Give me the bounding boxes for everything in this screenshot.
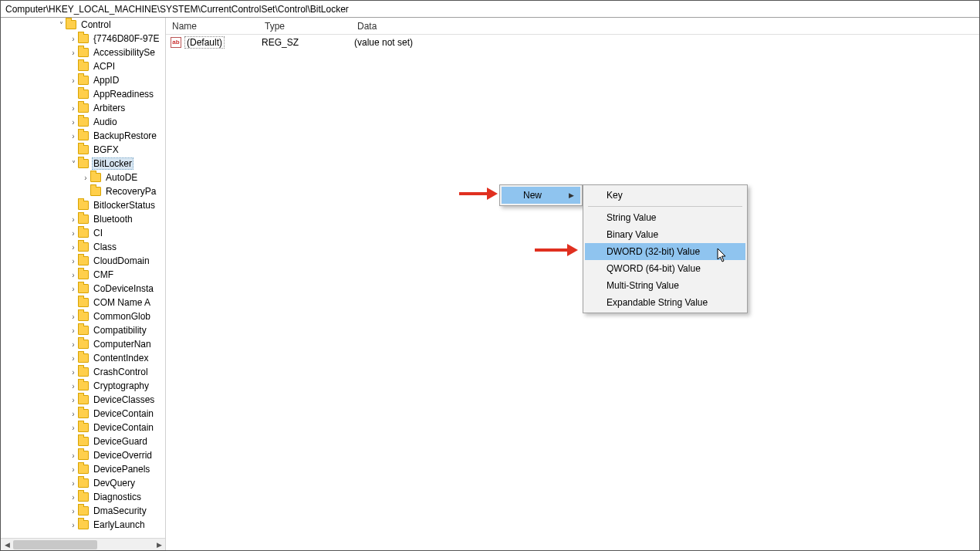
tree-item[interactable]: ACPI bbox=[1, 59, 165, 73]
expand-icon[interactable]: › bbox=[69, 104, 78, 113]
expand-icon[interactable]: › bbox=[69, 396, 78, 404]
tree-item[interactable]: ˅BitLocker bbox=[1, 157, 165, 171]
scroll-track[interactable] bbox=[13, 539, 153, 551]
menu-item[interactable]: Key bbox=[585, 187, 745, 204]
tree-item[interactable]: ›EarlyLaunch bbox=[1, 518, 165, 532]
tree-item[interactable]: BGFX bbox=[1, 143, 165, 157]
expand-icon[interactable]: › bbox=[69, 49, 78, 57]
tree-item[interactable]: ›DmaSecurity bbox=[1, 504, 165, 518]
address-input[interactable] bbox=[5, 4, 975, 15]
tree-item[interactable]: ›DeviceOverrid bbox=[1, 448, 165, 462]
collapse-icon[interactable]: ˅ bbox=[69, 160, 78, 168]
list-pane[interactable]: Name Type Data ab(Default)REG_SZ(value n… bbox=[166, 18, 979, 550]
tree-label: RecoveryPa bbox=[104, 186, 157, 197]
tree-horizontal-scrollbar[interactable]: ◀ ▶ bbox=[1, 538, 165, 550]
scroll-left-icon[interactable]: ◀ bbox=[1, 539, 13, 551]
folder-icon bbox=[78, 423, 89, 432]
expand-icon[interactable]: › bbox=[69, 313, 78, 321]
tree-item[interactable]: ›AutoDE bbox=[1, 171, 165, 184]
expand-icon[interactable]: › bbox=[69, 243, 78, 252]
tree-item[interactable]: ›DevQuery bbox=[1, 476, 165, 490]
tree-item[interactable]: ›CommonGlob bbox=[1, 309, 165, 323]
tree-label: DeviceOverrid bbox=[92, 450, 154, 461]
context-submenu-value-types[interactable]: KeyString ValueBinary ValueDWORD (32-bit… bbox=[583, 184, 748, 313]
tree-item[interactable]: ›Bluetooth bbox=[1, 212, 165, 226]
tree-item[interactable]: AppReadiness bbox=[1, 87, 165, 101]
tree-item[interactable]: DeviceGuard bbox=[1, 434, 165, 448]
expand-icon[interactable]: › bbox=[69, 465, 78, 474]
expand-icon[interactable]: › bbox=[69, 507, 78, 516]
expand-icon[interactable]: › bbox=[69, 382, 78, 390]
context-menu-new[interactable]: New▶ bbox=[499, 184, 583, 206]
expand-icon[interactable]: › bbox=[69, 340, 78, 349]
folder-icon bbox=[90, 187, 101, 196]
expand-icon[interactable]: › bbox=[81, 174, 90, 182]
tree-item[interactable]: ›CoDeviceInsta bbox=[1, 282, 165, 296]
list-row[interactable]: ab(Default)REG_SZ(value not set) bbox=[166, 35, 979, 50]
value-type: REG_SZ bbox=[259, 37, 351, 48]
tree-item[interactable]: ›Diagnostics bbox=[1, 490, 165, 504]
expand-icon[interactable]: › bbox=[69, 368, 78, 377]
list-header[interactable]: Name Type Data bbox=[166, 18, 979, 35]
folder-icon bbox=[78, 90, 89, 99]
column-header-name[interactable]: Name bbox=[166, 21, 259, 32]
scroll-thumb[interactable] bbox=[13, 540, 97, 549]
tree-item[interactable]: ›DeviceContain bbox=[1, 407, 165, 421]
tree-item[interactable]: ›BackupRestore bbox=[1, 129, 165, 143]
expand-icon[interactable]: › bbox=[69, 451, 78, 460]
expand-icon[interactable]: › bbox=[69, 493, 78, 502]
column-header-data[interactable]: Data bbox=[351, 21, 979, 32]
tree-item-control[interactable]: ˅ Control bbox=[1, 18, 165, 32]
expand-icon[interactable]: › bbox=[69, 410, 78, 418]
expand-icon[interactable]: › bbox=[69, 257, 78, 265]
column-header-type[interactable]: Type bbox=[259, 21, 351, 32]
tree-item[interactable]: ›DeviceClasses bbox=[1, 393, 165, 407]
expand-icon[interactable]: › bbox=[69, 271, 78, 279]
expand-icon[interactable]: › bbox=[69, 215, 78, 224]
expand-icon[interactable]: › bbox=[69, 118, 78, 127]
scroll-right-icon[interactable]: ▶ bbox=[153, 539, 165, 551]
expand-icon[interactable]: › bbox=[69, 229, 78, 238]
folder-icon bbox=[78, 159, 89, 168]
tree-item[interactable]: ›CMF bbox=[1, 268, 165, 282]
expand-icon[interactable]: › bbox=[69, 132, 78, 140]
tree-label: CoDeviceInsta bbox=[92, 283, 155, 294]
tree-item[interactable]: ›ContentIndex bbox=[1, 351, 165, 365]
tree-item[interactable]: ›Audio bbox=[1, 115, 165, 129]
menu-item-new[interactable]: New▶ bbox=[502, 187, 580, 204]
expand-icon[interactable]: › bbox=[69, 76, 78, 85]
menu-item[interactable]: QWORD (64-bit) Value bbox=[585, 260, 745, 277]
tree-item[interactable]: ›Class bbox=[1, 240, 165, 254]
expand-icon[interactable]: › bbox=[69, 479, 78, 488]
tree-item[interactable]: COM Name A bbox=[1, 296, 165, 309]
tree-scroll[interactable]: ˅ Control ›{7746D80F-97E›AccessibilitySe… bbox=[1, 18, 165, 538]
menu-item[interactable]: DWORD (32-bit) Value bbox=[585, 243, 745, 260]
tree-item[interactable]: BitlockerStatus bbox=[1, 198, 165, 212]
menu-item[interactable]: Multi-String Value bbox=[585, 277, 745, 294]
expand-icon[interactable]: › bbox=[69, 424, 78, 432]
tree-label: BackupRestore bbox=[92, 130, 158, 141]
tree-item[interactable]: ›Compatibility bbox=[1, 323, 165, 337]
menu-item[interactable]: Expandable String Value bbox=[585, 294, 745, 311]
tree-item[interactable]: ›AccessibilitySe bbox=[1, 46, 165, 59]
expand-icon[interactable]: › bbox=[69, 35, 78, 43]
tree-item[interactable]: ›{7746D80F-97E bbox=[1, 32, 165, 46]
tree-item[interactable]: ›AppID bbox=[1, 73, 165, 87]
expand-icon[interactable]: › bbox=[69, 521, 78, 529]
tree-item[interactable]: RecoveryPa bbox=[1, 184, 165, 198]
expand-icon[interactable]: › bbox=[69, 354, 78, 363]
expand-icon[interactable]: › bbox=[69, 326, 78, 335]
tree-item[interactable]: ›Cryptography bbox=[1, 379, 165, 393]
menu-item[interactable]: Binary Value bbox=[585, 226, 745, 243]
menu-item[interactable]: String Value bbox=[585, 209, 745, 226]
tree-item[interactable]: ›Arbiters bbox=[1, 101, 165, 115]
tree-item[interactable]: ›ComputerNan bbox=[1, 337, 165, 351]
tree-item[interactable]: ›CI bbox=[1, 226, 165, 240]
expand-icon[interactable]: › bbox=[69, 285, 78, 293]
collapse-icon[interactable]: ˅ bbox=[56, 21, 66, 29]
tree-item[interactable]: ›DevicePanels bbox=[1, 462, 165, 476]
address-bar[interactable] bbox=[1, 1, 979, 18]
tree-item[interactable]: ›CrashControl bbox=[1, 365, 165, 379]
tree-item[interactable]: ›CloudDomain bbox=[1, 254, 165, 268]
tree-item[interactable]: ›DeviceContain bbox=[1, 421, 165, 434]
